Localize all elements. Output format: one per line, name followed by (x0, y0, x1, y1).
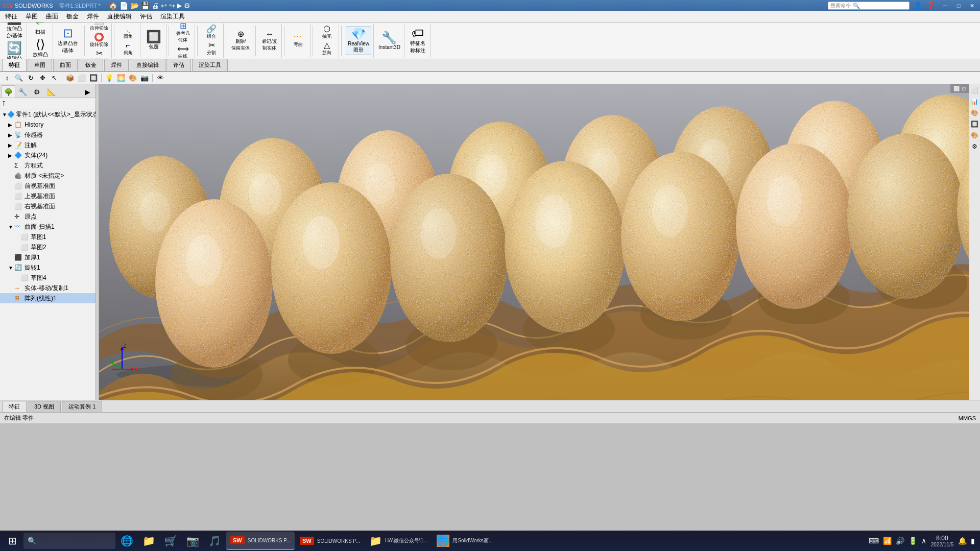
menu-sketch[interactable]: 草图 (21, 11, 42, 22)
boundary-button[interactable]: ⊡ 边界凸台/基体 (56, 26, 80, 55)
tree-item-history[interactable]: ▶ 📋 History (0, 119, 95, 130)
taskbar-pinned-2[interactable]: 📁 (138, 532, 159, 550)
sidebar-tab-property-manager[interactable]: 🔧 (15, 85, 30, 98)
taskbar-pinned-1[interactable]: 🌐 (116, 532, 137, 550)
taskbar-pinned-4[interactable]: 📷 (182, 532, 203, 550)
view-3d-button[interactable]: 📦 (65, 73, 75, 83)
menu-direct-edit[interactable]: 直接编辑 (103, 11, 136, 22)
start-button[interactable]: ⊞ (2, 532, 22, 550)
boss-extrude-button[interactable]: ⬛ 拉伸凸台/基体 (4, 22, 25, 40)
rp-appearance-button[interactable]: ⬜ (970, 85, 980, 95)
tree-item-sketch1[interactable]: ⬜ 草图1 (0, 232, 95, 242)
bottom-tab-model[interactable]: 特征 (2, 401, 27, 412)
rp-decals-button[interactable]: 🎨 (970, 108, 980, 118)
shell-button[interactable]: ⬡ 抽壳 (317, 25, 337, 40)
show-desktop-icon[interactable]: ▮ (970, 536, 976, 546)
menu-feature[interactable]: 特征 (1, 11, 21, 22)
pattern-button[interactable]: ⊞ 参考几何体 (173, 22, 193, 44)
view-display-button[interactable]: 🔲 (88, 73, 99, 83)
rp-settings-button[interactable]: ⚙ (970, 141, 980, 152)
tray-keyboard-icon[interactable]: ⌨ (868, 536, 880, 546)
rp-color-button[interactable]: 🎨 (970, 130, 980, 140)
tab-sheetmetal[interactable]: 钣金 (79, 59, 103, 71)
taskbar-app-sw2019-1[interactable]: SW SOLIDWORKS P... (226, 532, 295, 550)
taskbar-app-browser[interactable]: 🌐 用SolidWorks画... (433, 532, 497, 550)
split-button[interactable]: ✂ 分割 (202, 41, 221, 57)
3d-viewport[interactable]: Z X Y ⬜ ⊡ (99, 84, 969, 400)
move-button[interactable]: ↔ 标记/复制实体 (260, 30, 279, 52)
realview-button[interactable]: 💎 RealView图形 (346, 27, 371, 55)
tree-item-top-plane[interactable]: ⬜ 上视基准面 (0, 191, 95, 201)
tree-item-right-plane[interactable]: ⬜ 右视基准面 (0, 201, 95, 211)
bottom-tab-3dview[interactable]: 3D 视图 (28, 401, 61, 412)
undo-icon[interactable]: ↩ (161, 2, 167, 10)
view-scene-button[interactable]: 🌅 (116, 73, 126, 83)
taskbar-pinned-3[interactable]: 🛒 (160, 532, 181, 550)
tray-network-icon[interactable]: 📶 (882, 536, 893, 546)
menu-weldment[interactable]: 焊件 (83, 11, 103, 22)
menu-render[interactable]: 渲染工具 (156, 11, 189, 22)
tab-evaluate[interactable]: 评估 (166, 59, 191, 71)
sweep-button[interactable]: ↩ 扫描 (30, 22, 51, 37)
view-select-button[interactable]: ↖ (49, 73, 59, 83)
tab-weldment[interactable]: 焊件 (104, 59, 129, 71)
view-hide-button[interactable]: 👁 (155, 73, 165, 83)
tab-direct[interactable]: 直接编辑 (130, 59, 165, 71)
tray-battery-icon[interactable]: 🔋 (907, 536, 918, 546)
taskbar-app-sw2019-2[interactable]: SW SOLIDWORKS P... (296, 532, 364, 550)
taskbar-pinned-5[interactable]: 🎵 (204, 532, 225, 550)
tab-feature[interactable]: 特征 (2, 59, 27, 71)
boss-revolve-button[interactable]: 🔄 旋转凸台/基体 (4, 41, 25, 59)
taskbar-search[interactable]: 🔍 (23, 533, 115, 549)
tray-volume-icon[interactable]: 🔊 (895, 536, 905, 546)
deform-button[interactable]: 〰 弯曲 (289, 33, 308, 49)
view-camera-button[interactable]: 📷 (139, 73, 150, 83)
fillet-button[interactable]: ◟ 圆角 (118, 25, 138, 40)
view-orientations-button[interactable]: ↕ (2, 73, 12, 83)
save-icon[interactable]: 💾 (141, 2, 150, 10)
intersect-button[interactable]: ⊕ 删除/保留实体 (230, 30, 251, 52)
tab-sketch[interactable]: 草图 (28, 59, 52, 71)
redo-icon[interactable]: ↪ (169, 2, 175, 10)
view-zoom-fit-icon[interactable]: ⊡ (962, 86, 966, 91)
instant3d-button[interactable]: 🔧 Instant3D (377, 31, 402, 51)
tray-more-icon[interactable]: ∧ (920, 536, 927, 546)
options-icon[interactable]: ⚙ (184, 2, 190, 10)
search-bar[interactable]: 搜索命令 🔍 (828, 2, 910, 10)
cut-revolve-button[interactable]: ⭕ 旋转切除 (89, 33, 109, 49)
minimize-button[interactable]: ─ (939, 1, 951, 10)
view-appearance-button[interactable]: 🎨 (128, 73, 138, 83)
sidebar-expand-icon[interactable]: ▶ (80, 85, 94, 98)
tab-render[interactable]: 渲染工具 (192, 59, 228, 71)
menu-sheetmetal[interactable]: 钣金 (62, 11, 83, 22)
tree-item-sketch2[interactable]: ⬜ 草图2 (0, 242, 95, 252)
view-orient-icon[interactable]: ⬜ (953, 86, 960, 91)
sidebar-tab-feature-manager[interactable]: 🌳 (1, 85, 15, 98)
menu-surface[interactable]: 曲面 (42, 11, 62, 22)
tree-item-front-plane[interactable]: ⬜ 前视基准面 (0, 181, 95, 191)
view-rotate-button[interactable]: ↻ (26, 73, 36, 83)
taskbar-app-folder[interactable]: 📁 HA\微信公众号\1... (365, 532, 432, 550)
tree-item-surface-sweep[interactable]: ▼ 〰 曲面-扫描1 (0, 222, 95, 232)
tree-item-root[interactable]: ▼ 🔷 零件1 (默认<<默认>_显示状态 1>) (0, 109, 95, 119)
tree-item-sketch4[interactable]: ⬜ 草图4 (0, 273, 95, 283)
combine-button[interactable]: 🔗 组合 (202, 25, 221, 40)
chamfer-button[interactable]: ⌐ 倒角 (118, 41, 138, 57)
tray-notification-icon[interactable]: 🔔 (957, 536, 968, 546)
tree-item-equation[interactable]: Σ 方程式 (0, 160, 95, 171)
view-zoom-button[interactable]: 🔍 (14, 73, 24, 83)
rebuild-icon[interactable]: ▶ (177, 2, 182, 9)
tab-surface[interactable]: 曲面 (53, 59, 78, 71)
bottom-tab-motion[interactable]: 运动算例 1 (62, 401, 102, 412)
rp-display-button[interactable]: 🔲 (970, 119, 980, 129)
print-icon[interactable]: 🖨 (152, 2, 159, 10)
mirror-button[interactable]: ⟺ 曲线 (173, 44, 193, 60)
view-section-button[interactable]: ⬜ (77, 73, 87, 83)
tree-item-material[interactable]: 🪨 材质 <未指定> (0, 171, 95, 181)
new-doc-icon[interactable]: 📄 (119, 2, 128, 10)
rp-scene-button[interactable]: 📊 (970, 97, 980, 107)
feature-names-button[interactable]: 🏷 特征名称标注 (408, 26, 428, 55)
tree-item-solid[interactable]: ▶ 🔷 实体(24) (0, 150, 95, 160)
maximize-button[interactable]: □ (952, 1, 965, 10)
tree-item-move-copy[interactable]: ↔ 实体-移动/复制1 (0, 283, 95, 293)
